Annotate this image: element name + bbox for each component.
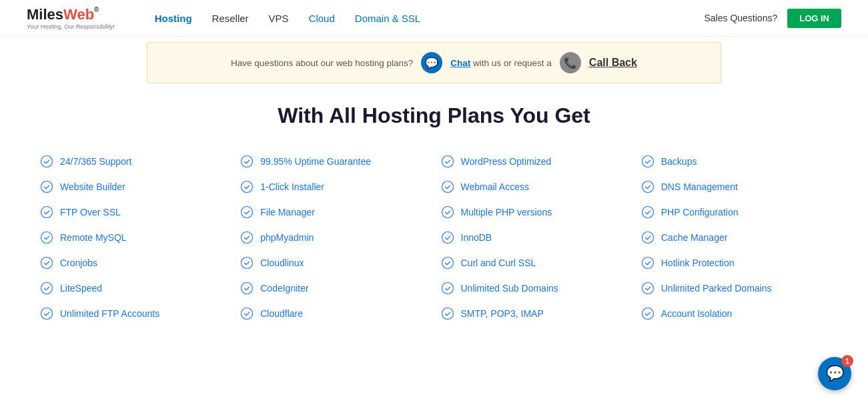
svg-point-22: [642, 181, 653, 193]
banner-chat-link[interactable]: Chat with us or request a: [450, 58, 552, 68]
feature-label: Backups: [661, 156, 697, 167]
check-circle-icon: [441, 180, 454, 193]
check-circle-icon: [40, 307, 53, 320]
feature-item: 24/7/365 Support: [40, 155, 227, 168]
feature-label: Multiple PHP versions: [461, 207, 552, 218]
check-circle-icon: [40, 180, 53, 193]
svg-point-21: [642, 156, 653, 167]
feature-col-3: WordPress Optimized Webmail Access Multi…: [441, 155, 628, 320]
feature-item: Multiple PHP versions: [441, 206, 628, 219]
logo-miles: Miles: [27, 6, 63, 23]
feature-item: FTP Over SSL: [40, 206, 227, 219]
svg-point-16: [442, 207, 453, 218]
feature-label: Website Builder: [60, 181, 125, 192]
svg-point-7: [242, 156, 253, 167]
check-circle-icon: [641, 206, 655, 219]
check-circle-icon: [40, 231, 53, 244]
main-section: With All Hosting Plans You Get 24/7/365 …: [0, 83, 868, 340]
logo-reg: ®: [94, 6, 99, 13]
check-circle-icon: [441, 155, 454, 168]
svg-point-18: [442, 258, 453, 269]
feature-label: phpMyadmin: [260, 232, 314, 243]
check-circle-icon: [240, 206, 254, 219]
nav-reseller[interactable]: Reseller: [212, 13, 249, 24]
svg-point-10: [242, 232, 253, 244]
features-grid: 24/7/365 Support Website Builder FTP Ove…: [40, 155, 828, 320]
svg-point-19: [442, 283, 453, 294]
check-circle-icon: [641, 155, 655, 168]
feature-col-4: Backups DNS Management PHP Configuration: [641, 155, 828, 320]
feature-label: Account Isolation: [661, 308, 733, 319]
check-circle-icon: [40, 256, 53, 270]
svg-point-4: [41, 258, 53, 269]
check-circle-icon: [641, 231, 655, 244]
check-circle-icon: [240, 155, 254, 168]
promo-banner: Have questions about our web hosting pla…: [147, 42, 721, 83]
feature-label: Hotlink Protection: [661, 258, 735, 268]
svg-point-14: [442, 156, 453, 167]
check-circle-icon: [40, 206, 53, 219]
check-circle-icon: [441, 307, 454, 320]
feature-label: Cronjobs: [60, 258, 97, 268]
chat-link[interactable]: Chat: [450, 58, 470, 68]
feature-label: Remote MySQL: [60, 232, 127, 243]
svg-point-26: [642, 283, 653, 294]
feature-item: Backups: [641, 155, 828, 168]
chat-bubble-button[interactable]: 💬 1: [818, 357, 851, 390]
chat-icon: 💬: [421, 52, 442, 73]
feature-label: 99.95% Uptime Guarantee: [260, 156, 371, 167]
svg-point-9: [242, 207, 253, 218]
check-circle-icon: [240, 307, 254, 320]
feature-label: Unlimited FTP Accounts: [60, 308, 159, 319]
check-circle-icon: [641, 307, 655, 320]
logo-web: Web: [63, 6, 94, 23]
feature-item: Remote MySQL: [40, 231, 227, 244]
feature-item: Webmail Access: [441, 180, 628, 193]
feature-item: Unlimited FTP Accounts: [40, 307, 227, 320]
feature-item: 99.95% Uptime Guarantee: [240, 155, 427, 168]
feature-label: Cache Manager: [661, 232, 728, 243]
feature-label: WordPress Optimized: [461, 156, 552, 167]
feature-label: SMTP, POP3, IMAP: [461, 308, 544, 319]
feature-item: DNS Management: [641, 180, 828, 193]
feature-label: Unlimited Sub Domains: [461, 283, 558, 294]
svg-point-12: [242, 283, 253, 294]
check-circle-icon: [40, 282, 53, 295]
feature-label: Cloudlinux: [260, 258, 304, 268]
feature-label: PHP Configuration: [661, 207, 739, 218]
feature-label: CodeIgniter: [260, 283, 308, 294]
feature-item: Curl and Curl SSL: [441, 256, 628, 270]
svg-point-27: [642, 308, 653, 320]
svg-point-0: [41, 156, 53, 167]
feature-item: SMTP, POP3, IMAP: [441, 307, 628, 320]
nav-domain[interactable]: Domain & SSL: [355, 13, 420, 24]
svg-point-3: [41, 232, 53, 244]
login-button[interactable]: LOG IN: [787, 9, 841, 28]
nav-cloud[interactable]: Cloud: [309, 13, 335, 24]
svg-point-24: [642, 232, 653, 244]
check-circle-icon: [441, 282, 454, 295]
svg-point-13: [242, 308, 253, 320]
check-circle-icon: [641, 180, 655, 193]
feature-item: Unlimited Parked Domains: [641, 282, 828, 295]
feature-item: CodeIgniter: [240, 282, 427, 295]
nav-hosting[interactable]: Hosting: [155, 13, 192, 24]
feature-item: Cloudlinux: [240, 256, 427, 270]
logo-subtitle: Your Hosting, Our Responsibility!: [27, 23, 115, 30]
feature-item: LiteSpeed: [40, 282, 227, 295]
feature-item: File Manager: [240, 206, 427, 219]
check-circle-icon: [641, 256, 655, 270]
check-circle-icon: [40, 155, 53, 168]
feature-item: 1-Click Installer: [240, 180, 427, 193]
check-circle-icon: [240, 282, 254, 295]
feature-label: 1-Click Installer: [260, 181, 324, 192]
callback-link[interactable]: Call Back: [589, 57, 637, 69]
check-circle-icon: [240, 231, 254, 244]
section-title: With All Hosting Plans You Get: [40, 103, 828, 128]
feature-item: phpMyadmin: [240, 231, 427, 244]
feature-label: InnoDB: [461, 232, 492, 243]
nav-vps[interactable]: VPS: [269, 13, 289, 24]
svg-point-5: [41, 283, 53, 294]
feature-item: Cloudflare: [240, 307, 427, 320]
nav-links: Hosting Reseller VPS Cloud Domain & SSL: [155, 13, 705, 24]
